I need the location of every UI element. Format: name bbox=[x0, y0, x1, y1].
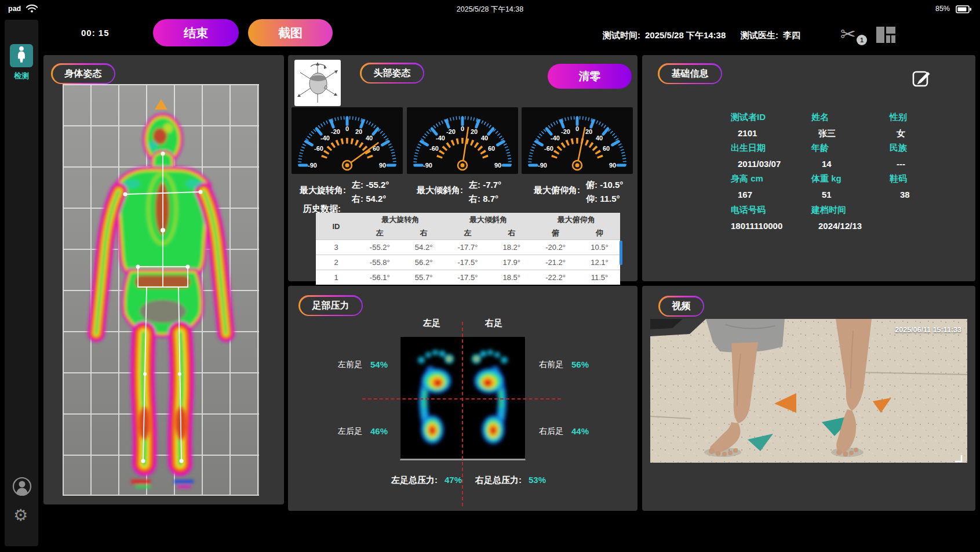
svg-text:90: 90 bbox=[494, 162, 501, 169]
capture-scissors-icon[interactable]: ✂ bbox=[840, 23, 856, 45]
body-posture-title-pill: 身体姿态 bbox=[51, 63, 115, 84]
svg-text:-40: -40 bbox=[436, 135, 445, 141]
field-phone: 电话号码 18011110000 bbox=[731, 205, 782, 231]
svg-text:60: 60 bbox=[488, 145, 495, 152]
right-foot-label: 右足 bbox=[485, 318, 502, 329]
session-timer: 00: 15 bbox=[81, 28, 110, 38]
head-posture-title: 头部姿态 bbox=[362, 64, 423, 82]
test-time: 测试时间: 2025/5/28 下午14:38 bbox=[603, 30, 726, 41]
svg-text:20: 20 bbox=[355, 128, 362, 135]
field-gender: 性别 女 bbox=[890, 112, 907, 139]
clear-button[interactable]: 清零 bbox=[548, 64, 632, 89]
right-total-pressure: 右足总压力: 53% bbox=[475, 475, 546, 486]
svg-text:40: 40 bbox=[596, 135, 603, 141]
horizontal-dashed-line bbox=[362, 398, 561, 400]
gauge-needle bbox=[462, 127, 468, 165]
battery-percent: 85% bbox=[935, 5, 950, 13]
foot-pressure-panel: 足部压力 左足 右足 bbox=[288, 286, 637, 511]
sidebar: 检测 ⚙ bbox=[5, 20, 38, 546]
expand-icon[interactable] bbox=[952, 452, 963, 466]
body-posture-panel: 身体姿态 bbox=[43, 55, 284, 504]
history-table: ID 最大旋转角 最大倾斜角 最大俯仰角 左 右 左 右 俯 仰 bbox=[316, 213, 620, 285]
quadrant-right-fore: 右前足 56% bbox=[539, 359, 589, 370]
video-title-pill: 视频 bbox=[658, 296, 704, 317]
settings-gear-icon[interactable]: ⚙ bbox=[13, 507, 28, 524]
metric-pitch: 最大俯仰角: 俯: -10.5° 仰: 11.5° bbox=[534, 178, 623, 206]
sidebar-detect-label: 检测 bbox=[5, 71, 38, 81]
gauge-rotation: -90 -60 -40 -20 0 20 40 60 90 bbox=[292, 107, 403, 174]
svg-text:0: 0 bbox=[345, 125, 349, 132]
left-total-pressure: 左足总压力: 47% bbox=[391, 475, 462, 486]
metric-pitch-down: 俯: -10.5° bbox=[586, 178, 623, 192]
table-row: 3 -55.2° 54.2° -17.7° 18.2° -20.2° 10.5° bbox=[316, 240, 620, 255]
profile-icon[interactable] bbox=[12, 477, 32, 499]
svg-text:-90: -90 bbox=[308, 162, 317, 169]
quadrant-left-fore: 左前足 54% bbox=[338, 359, 388, 370]
layout-grid-icon[interactable] bbox=[876, 26, 896, 46]
wifi-icon bbox=[25, 3, 38, 16]
metric-tilt-left: 左: -7.7° bbox=[469, 178, 501, 192]
gauge-pitch: -90 -60 -40 -20 0 20 40 60 90 bbox=[522, 107, 633, 174]
svg-text:20: 20 bbox=[585, 128, 592, 135]
battery-icon bbox=[956, 5, 972, 16]
svg-text:-40: -40 bbox=[320, 135, 330, 141]
metric-tilt-right: 右: 8.7° bbox=[469, 192, 501, 206]
svg-text:-60: -60 bbox=[314, 145, 323, 152]
end-button[interactable]: 结束 bbox=[153, 19, 239, 46]
doctor-value: 李四 bbox=[783, 30, 800, 41]
svg-text:20: 20 bbox=[471, 128, 478, 135]
svg-text:90: 90 bbox=[379, 162, 386, 169]
svg-text:-40: -40 bbox=[551, 135, 560, 141]
svg-text:0: 0 bbox=[575, 125, 579, 132]
svg-text:-20: -20 bbox=[561, 128, 570, 135]
gauge-needle bbox=[577, 127, 585, 165]
table-row: 2 -55.8° 56.2° -17.5° 17.9° -21.2° 12.1° bbox=[316, 255, 620, 270]
quadrant-left-rear: 左后足 46% bbox=[338, 426, 388, 437]
test-doctor: 测试医生: 李四 bbox=[741, 30, 800, 41]
svg-text:90: 90 bbox=[609, 162, 616, 169]
basic-info-title: 基础信息 bbox=[660, 65, 721, 83]
video-feed[interactable]: 2025/06/11 15:11:33 bbox=[650, 319, 967, 463]
person-icon bbox=[15, 46, 28, 66]
field-ethnicity: 民族 --- bbox=[890, 143, 907, 169]
svg-text:-90: -90 bbox=[538, 162, 547, 169]
col-group-pitch: 最大俯仰角 bbox=[532, 213, 620, 226]
metric-rotation-left: 左: -55.2° bbox=[352, 178, 389, 192]
capture-count-badge: 1 bbox=[857, 35, 867, 45]
status-datetime: 2025/5/28 下午14:38 bbox=[457, 5, 523, 14]
svg-text:0: 0 bbox=[461, 125, 464, 132]
head-axes-diagram bbox=[294, 60, 341, 106]
test-time-value: 2025/5/28 下午14:38 bbox=[645, 30, 726, 41]
svg-text:-20: -20 bbox=[331, 128, 340, 135]
svg-text:60: 60 bbox=[603, 145, 610, 152]
sidebar-item-detect[interactable] bbox=[10, 44, 33, 67]
svg-text:-60: -60 bbox=[429, 145, 439, 152]
foot-pressure-title: 足部压力 bbox=[300, 297, 362, 315]
field-name: 姓名 张三 bbox=[811, 112, 836, 139]
video-title: 视频 bbox=[660, 297, 703, 315]
test-time-label: 测试时间: bbox=[603, 30, 640, 41]
field-weight: 体重 kg 51 bbox=[811, 173, 841, 199]
app-root: pad 2025/5/28 下午14:38 85% 00: 15 结束 截图 测… bbox=[0, 0, 980, 552]
field-shoe-size: 鞋码 38 bbox=[890, 173, 910, 199]
col-group-rotation: 最大旋转角 bbox=[356, 213, 445, 226]
quadrant-right-rear: 右后足 44% bbox=[539, 426, 589, 437]
svg-text:-90: -90 bbox=[423, 162, 432, 169]
gauge-needle bbox=[347, 143, 378, 165]
field-birthdate: 出生日期 2011/03/07 bbox=[731, 143, 781, 169]
field-record-date: 建档时间 2024/12/13 bbox=[811, 205, 862, 231]
head-posture-title-pill: 头部姿态 bbox=[360, 63, 424, 83]
video-panel: 视频 bbox=[642, 286, 975, 511]
foot-pressure-title-pill: 足部压力 bbox=[298, 295, 363, 316]
svg-text:40: 40 bbox=[366, 135, 373, 141]
doctor-label: 测试医生: bbox=[741, 30, 778, 41]
video-timestamp: 2025/06/11 15:11:33 bbox=[895, 326, 961, 334]
body-posture-title: 身体姿态 bbox=[53, 65, 114, 83]
screenshot-button[interactable]: 截图 bbox=[248, 19, 333, 46]
field-age: 年龄 14 bbox=[811, 143, 832, 169]
history-table-wrap: ID 最大旋转角 最大倾斜角 最大俯仰角 左 右 左 右 俯 仰 bbox=[316, 213, 620, 285]
basic-info-panel: 基础信息 测试者ID 2101 姓名 张三 性别 女 出生日期 2011/03/… bbox=[642, 55, 975, 281]
table-scrollbar[interactable] bbox=[620, 241, 622, 265]
left-foot-label: 左足 bbox=[423, 318, 440, 329]
edit-icon[interactable] bbox=[912, 68, 931, 89]
